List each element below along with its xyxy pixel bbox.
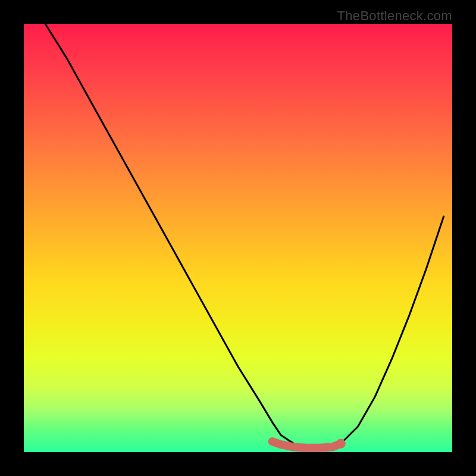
curve-line (45, 24, 444, 448)
watermark-text: TheBottleneck.com (337, 8, 452, 24)
highlight-end-dot (336, 439, 346, 449)
highlight-segment (273, 441, 341, 448)
chart-svg (24, 24, 452, 452)
